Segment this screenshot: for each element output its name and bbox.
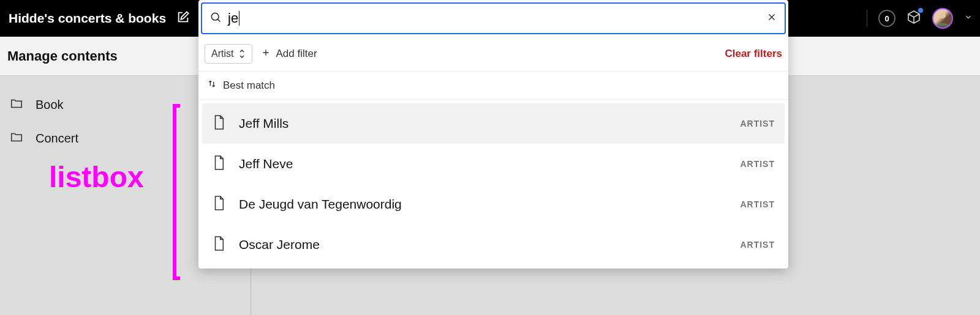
notification-dot-icon [918,8,923,13]
caret-icon [239,11,239,26]
page-title: Manage contents [7,48,118,64]
chevron-down-icon[interactable] [964,13,973,24]
search-panel: je Artist Add filter Clear filters Best … [198,0,788,269]
filter-row: Artist Add filter Clear filters [198,37,788,72]
result-item[interactable]: Oscar Jerome ARTIST [202,224,785,265]
result-tag: ARTIST [740,159,775,169]
annotation-label: listbox [49,160,144,194]
divider [867,10,867,27]
folder-icon [10,97,23,113]
document-icon [212,114,225,133]
plus-icon [261,48,271,61]
result-item[interactable]: Jeff Mills ARTIST [202,103,785,144]
search-row: je [198,0,788,37]
clear-filters-button[interactable]: Clear filters [725,48,782,60]
notifications-badge[interactable]: 0 [878,10,895,27]
search-input[interactable]: je [228,10,238,26]
header-right-controls: 0 [867,8,973,29]
document-icon [212,195,225,213]
result-name: Jeff Mills [239,116,288,131]
compose-icon[interactable] [176,10,190,26]
document-icon [212,155,225,173]
filter-chip-artist[interactable]: Artist [205,44,252,64]
sidebar-item-label: Book [36,98,64,112]
avatar[interactable] [932,8,953,29]
sidebar-item-label: Concert [36,132,78,146]
document-icon [212,235,225,254]
result-name: De Jeugd van Tegenwoordig [239,197,402,212]
result-item[interactable]: De Jeugd van Tegenwoordig ARTIST [202,184,785,224]
sort-arrows-icon [207,79,217,92]
folder-icon [10,130,23,147]
results-listbox: Jeff Mills ARTIST Jeff Neve ARTIST De Je… [198,100,788,269]
result-name: Jeff Neve [239,157,293,171]
select-arrows-icon [238,49,246,59]
result-item[interactable]: Jeff Neve ARTIST [202,144,785,184]
svg-point-0 [940,12,946,18]
svg-point-1 [211,13,219,20]
add-filter-label: Add filter [276,48,317,60]
result-tag: ARTIST [740,240,775,250]
search-box[interactable]: je [201,2,786,34]
result-name: Oscar Jerome [239,237,320,252]
result-tag: ARTIST [740,199,775,209]
sort-row[interactable]: Best match [198,72,788,100]
sort-label: Best match [223,80,275,92]
package-icon[interactable] [907,10,921,27]
close-icon[interactable] [766,12,777,25]
annotation-bracket [173,104,180,280]
add-filter-button[interactable]: Add filter [261,48,317,61]
app-title: Hidde's concerts & books [7,11,166,26]
search-icon [209,11,222,26]
result-tag: ARTIST [740,119,775,128]
filter-chip-label: Artist [211,48,233,59]
